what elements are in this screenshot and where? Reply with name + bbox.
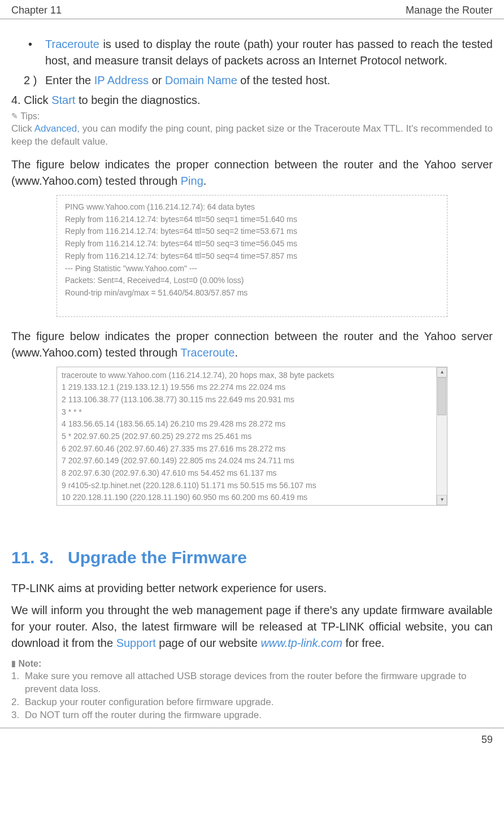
page-content: • Traceroute is used to display the rout…: [0, 19, 504, 728]
note-list: 1. Make sure you remove all attached USB…: [11, 670, 493, 722]
note-num: 2.: [11, 696, 25, 709]
trace-line: 2 113.106.38.77 (113.106.38.77) 30.115 m…: [62, 394, 432, 406]
trace-line: 9 r4105-s2.tp.hinet.net (220.128.6.110) …: [62, 480, 432, 492]
note-text: Make sure you remove all attached USB st…: [25, 670, 493, 696]
link-icon: ✎: [11, 111, 18, 120]
ping-output-box: PING www.Yahoo.com (116.214.12.74): 64 d…: [57, 195, 447, 317]
note-item: 1. Make sure you remove all attached USB…: [11, 670, 493, 696]
substep-text: Enter the IP Address or Domain Name of t…: [45, 72, 330, 89]
para-firmware-2: We will inform you throught the web mana…: [11, 602, 493, 651]
scroll-up-icon[interactable]: ▴: [437, 367, 447, 377]
substep-num: 2 ): [24, 72, 45, 89]
ping-line: Packets: Sent=4, Received=4, Lost=0 (0.0…: [65, 275, 439, 287]
note-item: 3. Do NOT turn off the router during the…: [11, 709, 493, 722]
section-heading: 11. 3. Upgrade the Firmware: [11, 545, 493, 570]
ping-line: Reply from 116.214.12.74: bytes=64 ttl=5…: [65, 225, 439, 238]
page-number: 59: [0, 728, 504, 750]
bookmark-icon: ▮: [11, 659, 16, 668]
note-num: 1.: [11, 670, 25, 696]
tips-text: Click Advanced, you can modify the ping …: [11, 123, 493, 149]
ping-line: --- Ping Statistic "www.Yahoo.com" ---: [65, 263, 439, 275]
term-advanced: Advanced: [34, 123, 77, 134]
bullet-text: Traceroute is used to display the route …: [45, 36, 493, 69]
para-firmware-1: TP-LINK aims at providing better network…: [11, 580, 493, 597]
note-item: 2. Backup your router configuration befo…: [11, 696, 493, 709]
trace-line: 7 202.97.60.149 (202.97.60.149) 22.805 m…: [62, 455, 432, 467]
trace-line: 5 * 202.97.60.25 (202.97.60.25) 29.272 m…: [62, 431, 432, 443]
step-4: 4. Click Start to begin the diagnostics.: [11, 92, 493, 108]
note-text: Do NOT turn off the router during the fi…: [25, 709, 262, 722]
traceroute-content: traceroute to www.Yahoo.com (116.214.12.…: [57, 367, 436, 506]
trace-line: 8 202.97.6.30 (202.97.6.30) 47.610 ms 54…: [62, 467, 432, 480]
tips-label: ✎ Tips:: [11, 110, 493, 123]
para-traceroute-intro: The figure below indicates the proper co…: [11, 328, 493, 361]
trace-line: 1 219.133.12.1 (219.133.12.1) 19.556 ms …: [62, 381, 432, 394]
scroll-thumb[interactable]: [437, 377, 446, 415]
trace-line: 10 220.128.11.190 (220.128.11.190) 60.95…: [62, 492, 432, 504]
term-support: Support: [116, 637, 156, 649]
trace-line: 6 202.97.60.46 (202.97.60.46) 27.335 ms …: [62, 443, 432, 455]
note-num: 3.: [11, 709, 25, 722]
term-ip-address: IP Address: [94, 74, 149, 86]
section-title-text: Upgrade the Firmware: [68, 548, 247, 567]
ping-line: Reply from 116.214.12.74: bytes=64 ttl=5…: [65, 250, 439, 263]
page-header: Chapter 11 Manage the Router: [0, 0, 504, 19]
section-num: 11. 3.: [11, 548, 54, 567]
trace-line: 3 * * *: [62, 406, 432, 419]
chapter-label: Chapter 11: [11, 5, 62, 16]
header-title: Manage the Router: [406, 5, 493, 16]
trace-line: 4 183.56.65.14 (183.56.65.14) 26.210 ms …: [62, 418, 432, 431]
note-text: Backup your router configuration before …: [25, 696, 273, 709]
scrollbar[interactable]: ▴ ▾: [436, 367, 447, 506]
term-traceroute2: Traceroute: [180, 346, 234, 359]
term-ping: Ping: [181, 175, 203, 187]
term-domain-name: Domain Name: [165, 74, 237, 86]
note-label: ▮ Note:: [11, 657, 493, 670]
bullet-marker: •: [28, 36, 45, 69]
ping-line: Reply from 116.214.12.74: bytes=64 ttl=5…: [65, 214, 439, 226]
para-ping-intro: The figure below indicates the proper co…: [11, 157, 493, 189]
trace-line: traceroute to www.Yahoo.com (116.214.12.…: [62, 369, 432, 382]
ping-line: Reply from 116.214.12.74: bytes=64 ttl=5…: [65, 238, 439, 250]
link-tplink[interactable]: www.tp-link.com: [260, 637, 342, 649]
ping-line: Round-trip min/avg/max = 51.640/54.803/5…: [65, 287, 439, 299]
term-start: Start: [51, 94, 75, 106]
bullet-traceroute: • Traceroute is used to display the rout…: [28, 36, 493, 69]
traceroute-output-box: traceroute to www.Yahoo.com (116.214.12.…: [57, 367, 447, 506]
ping-line: PING www.Yahoo.com (116.214.12.74): 64 d…: [65, 201, 439, 214]
term-traceroute: Traceroute: [45, 38, 99, 50]
substep-2: 2 ) Enter the IP Address or Domain Name …: [24, 72, 493, 89]
scroll-down-icon[interactable]: ▾: [437, 495, 447, 505]
